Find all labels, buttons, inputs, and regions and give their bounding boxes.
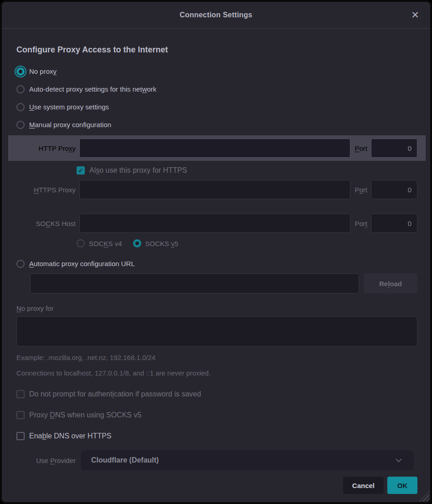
also-https-label: Also use this proxy for HTTPS <box>89 166 187 175</box>
dns-over-https-label: Enable DNS over HTTPS <box>29 432 112 440</box>
no-proxy-for-textarea <box>16 316 417 346</box>
use-provider-label: Use Provider <box>16 457 76 464</box>
reload-button: Reload <box>364 273 417 293</box>
https-proxy-label: HTTPS Proxy <box>16 186 76 194</box>
radio-row-socks-v5: SOCKS v5 <box>133 239 179 247</box>
dialog-content: Configure Proxy Access to the Internet N… <box>2 29 430 470</box>
checkbox-icon-proxy-dns <box>16 411 25 419</box>
also-https-row[interactable]: ✓ Also use this proxy for HTTPS <box>77 164 417 177</box>
no-proxy-for-label: No proxy for <box>16 303 417 313</box>
checkbox-icon-also-https[interactable]: ✓ <box>77 166 85 175</box>
connection-settings-dialog: Connection Settings ✕ Configure Proxy Ac… <box>0 0 432 504</box>
provider-row: Use Provider Cloudflare (Default) <box>16 450 417 470</box>
radio-label-socks-v4: SOCKS v4 <box>89 240 122 247</box>
provider-dropdown: Cloudflare (Default) <box>81 450 414 470</box>
https-port-label: Port <box>355 186 367 194</box>
ok-button[interactable]: OK <box>387 477 417 494</box>
cancel-button[interactable]: Cancel <box>343 477 384 494</box>
no-proxy-example-text: Example: .mozilla.org, .net.nz, 192.168.… <box>16 353 417 362</box>
dialog-title: Connection Settings <box>180 11 252 19</box>
radio-label-socks-v5: SOCKS v5 <box>145 240 179 247</box>
checkbox-icon-dns-over-https[interactable] <box>16 432 25 440</box>
radio-row-system-proxy[interactable]: Use system proxy settings <box>16 98 417 116</box>
socks-host-input <box>79 214 350 233</box>
checkbox-row-proxy-dns: Proxy DNS when using SOCKS v5 <box>16 408 417 422</box>
socks-host-label: SOCKS Host <box>16 220 76 227</box>
proxy-dns-label: Proxy DNS when using SOCKS v5 <box>29 411 141 419</box>
radio-label-auto-url: Automatic proxy configuration URL <box>29 260 135 267</box>
http-port-input[interactable] <box>371 139 417 158</box>
radio-icon-socks-v5 <box>133 239 141 247</box>
auto-url-input-row: Reload <box>30 273 417 293</box>
radio-label-manual-proxy: Manual proxy configuration <box>29 121 111 129</box>
radio-label-no-proxy: No proxy <box>29 67 57 75</box>
http-proxy-label: HTTP Proxy <box>16 144 76 152</box>
radio-label-auto-detect: Auto-detect proxy settings for this netw… <box>29 85 156 93</box>
checkbox-icon-no-prompt-auth <box>16 390 25 398</box>
radio-row-socks-v4: SOCKS v4 <box>77 239 122 247</box>
socks-host-row: SOCKS Host Port <box>16 214 417 233</box>
radio-label-system-proxy: Use system proxy settings <box>29 103 109 111</box>
radio-icon-auto-detect[interactable] <box>16 85 25 93</box>
radio-row-auto-detect[interactable]: Auto-detect proxy settings for this netw… <box>16 80 417 98</box>
chevron-down-icon <box>393 454 405 466</box>
radio-row-no-proxy[interactable]: No proxy <box>16 62 417 80</box>
http-port-label: Port <box>355 144 367 152</box>
socks-port-label: Port <box>355 220 367 227</box>
socks-port-input <box>371 214 417 233</box>
close-icon: ✕ <box>411 10 419 21</box>
close-button[interactable]: ✕ <box>408 8 422 22</box>
page-title: Configure Proxy Access to the Internet <box>16 45 417 56</box>
https-proxy-row: HTTPS Proxy Port <box>16 180 417 199</box>
dialog-footer: Cancel OK <box>2 470 430 504</box>
radio-row-auto-url[interactable]: Automatic proxy configuration URL <box>16 255 417 273</box>
auto-url-input <box>30 273 359 293</box>
https-proxy-input <box>79 180 350 199</box>
radio-icon-auto-url[interactable] <box>16 260 25 268</box>
radio-icon-no-proxy[interactable] <box>16 67 25 76</box>
http-proxy-input[interactable] <box>79 139 350 158</box>
socks-version-row: SOCKS v4 SOCKS v5 <box>77 237 417 250</box>
https-port-input <box>371 180 417 199</box>
reload-button-label: Reload <box>379 280 402 288</box>
dialog-titlebar: Connection Settings ✕ <box>2 2 430 29</box>
radio-row-manual-proxy[interactable]: Manual proxy configuration <box>16 116 417 134</box>
checkbox-row-no-prompt-auth: Do not prompt for authentication if pass… <box>16 387 417 401</box>
radio-icon-system-proxy[interactable] <box>16 103 25 111</box>
radio-icon-manual-proxy[interactable] <box>16 121 25 129</box>
localhost-note-text: Connections to localhost, 127.0.0.1/8, a… <box>16 368 417 377</box>
provider-dropdown-value: Cloudflare (Default) <box>91 456 159 464</box>
http-proxy-row: HTTP Proxy Port <box>8 135 426 161</box>
radio-icon-socks-v4 <box>77 239 85 247</box>
no-prompt-auth-label: Do not prompt for authentication if pass… <box>29 390 201 398</box>
checkbox-row-dns-over-https[interactable]: Enable DNS over HTTPS <box>16 429 417 443</box>
